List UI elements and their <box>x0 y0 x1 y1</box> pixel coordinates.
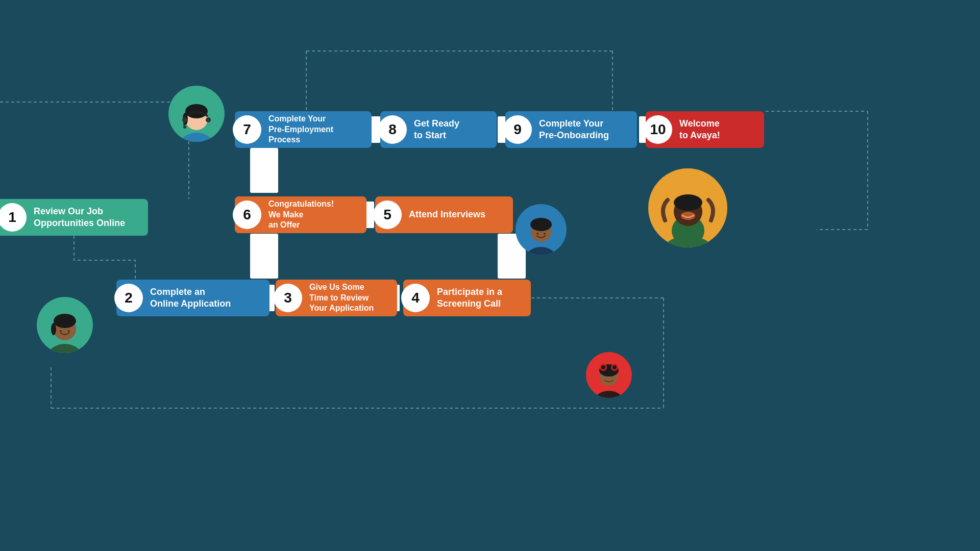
step-1-block: 1 Review Our Job Opportunities Online <box>0 199 148 236</box>
svg-point-23 <box>179 133 214 142</box>
step-4-number: 4 <box>401 284 430 312</box>
avatar-headset <box>168 86 225 142</box>
step-9-block: 9 Complete Your Pre-Onboarding <box>505 111 637 148</box>
step-3-block: 3 Give Us Some Time to Review Your Appli… <box>276 280 397 316</box>
svg-point-52 <box>612 365 617 369</box>
step-7-number: 7 <box>233 115 261 144</box>
step-6-label: Congratulations! We Make an Offer <box>261 199 343 231</box>
svg-point-35 <box>68 330 70 332</box>
avatar-celebrating <box>648 168 727 247</box>
svg-point-38 <box>530 218 552 231</box>
step-7-block: 7 Complete Your Pre-Employment Process <box>235 111 372 148</box>
step-8-label: Get Ready to Start <box>407 118 469 142</box>
svg-point-45 <box>681 212 695 220</box>
avatar-smiling <box>37 297 93 353</box>
step-9-label: Complete Your Pre-Onboarding <box>532 118 618 142</box>
svg-point-32 <box>54 314 76 328</box>
svg-point-33 <box>51 323 56 335</box>
svg-rect-15 <box>250 234 278 279</box>
svg-point-44 <box>674 194 702 211</box>
svg-point-46 <box>594 391 624 398</box>
step-5-number: 5 <box>373 201 402 229</box>
step-2-number: 2 <box>114 284 143 312</box>
step-9-number: 9 <box>503 115 532 144</box>
svg-point-34 <box>60 330 62 332</box>
svg-point-28 <box>206 117 211 122</box>
step-3-label: Give Us Some Time to Review Your Applica… <box>302 282 383 314</box>
avatar-blue <box>516 204 567 255</box>
step-7-label: Complete Your Pre-Employment Process <box>261 114 342 145</box>
svg-point-39 <box>536 233 538 235</box>
step-4-block: 4 Participate in a Screening Call <box>403 280 531 316</box>
step-10-block: 10 Welcome to Avaya! <box>646 111 764 148</box>
step-6-block: 6 Congratulations! We Make an Offer <box>235 196 366 233</box>
step-2-label: Complete an Online Application <box>143 286 240 310</box>
step-6-number: 6 <box>233 201 261 229</box>
step-4-label: Participate in a Screening Call <box>430 286 511 310</box>
step-1-number: 1 <box>0 203 27 232</box>
step-2-block: 2 Complete an Online Application <box>116 280 270 316</box>
svg-point-36 <box>525 247 557 255</box>
svg-point-40 <box>544 233 546 235</box>
step-8-block: 8 Get Ready to Start <box>380 111 497 148</box>
step-5-label: Attend Interviews <box>402 209 495 220</box>
step-10-number: 10 <box>644 115 672 144</box>
svg-point-51 <box>601 365 605 369</box>
step-10-label: Welcome to Avaya! <box>672 118 729 142</box>
step-5-block: 5 Attend Interviews <box>375 196 513 233</box>
svg-point-29 <box>183 126 186 129</box>
step-1-label: Review Our Job Opportunities Online <box>27 206 134 230</box>
step-8-number: 8 <box>378 115 407 144</box>
step-3-number: 3 <box>274 284 302 312</box>
svg-rect-14 <box>250 148 278 193</box>
avatar-red <box>586 352 632 398</box>
svg-point-30 <box>47 344 83 353</box>
